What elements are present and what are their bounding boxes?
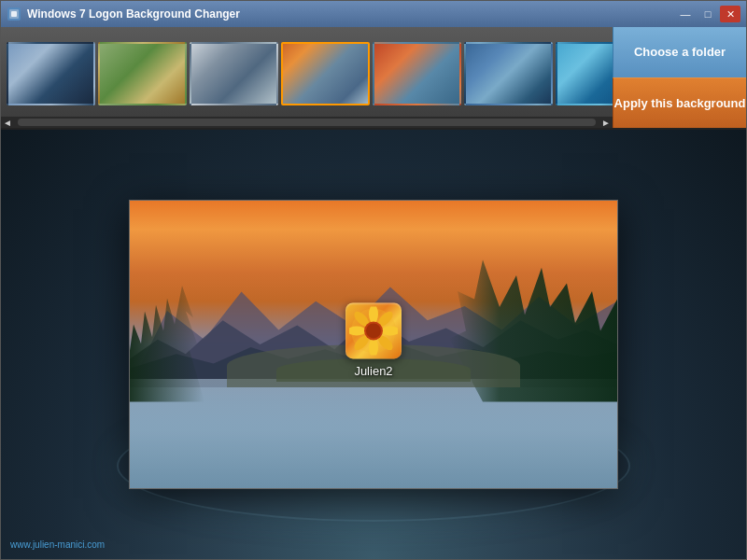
titlebar: Windows 7 Logon Background Changer — □ ✕ <box>1 1 746 27</box>
window-controls: — □ ✕ <box>675 6 740 22</box>
minimize-button[interactable]: — <box>675 6 696 22</box>
scroll-left-arrow[interactable]: ◄ <box>3 118 18 128</box>
svg-point-16 <box>366 323 381 338</box>
main-window: Windows 7 Logon Background Changer — □ ✕… <box>0 0 747 560</box>
main-content: Julien2 www.julien-manici.com <box>1 130 746 559</box>
toolbar: ◄ ► Choose a folder Apply this backgroun… <box>1 27 746 130</box>
thumbnail-strip <box>1 27 613 117</box>
thumbnail-7[interactable] <box>556 42 613 105</box>
action-buttons: Choose a folder Apply this background <box>613 27 746 128</box>
website-url: www.julien-manici.com <box>10 539 105 550</box>
thumbnail-scrollbar: ◄ ► <box>1 117 613 128</box>
user-widget: Julien2 <box>345 302 402 378</box>
close-button[interactable]: ✕ <box>720 6 740 22</box>
app-icon <box>7 7 21 21</box>
thumbnail-5[interactable] <box>373 42 461 105</box>
thumbnail-1[interactable] <box>7 42 95 105</box>
choose-folder-button[interactable]: Choose a folder <box>613 27 746 77</box>
svg-rect-2 <box>11 11 17 17</box>
window-title: Windows 7 Logon Background Changer <box>27 7 675 21</box>
preview-background: Julien2 <box>130 201 617 488</box>
scrollbar-track[interactable] <box>18 119 596 126</box>
thumbnail-3[interactable] <box>190 42 278 105</box>
scroll-right-arrow[interactable]: ► <box>596 118 611 128</box>
thumbnail-strip-container: ◄ ► <box>1 27 613 128</box>
thumbnail-2[interactable] <box>98 42 187 105</box>
maximize-button[interactable]: □ <box>698 6 718 22</box>
thumbnail-4[interactable] <box>281 42 370 105</box>
thumbnail-6[interactable] <box>464 42 553 105</box>
preview-window: Julien2 <box>129 200 618 489</box>
user-avatar <box>345 302 402 358</box>
apply-background-button[interactable]: Apply this background <box>613 77 746 129</box>
username-label: Julien2 <box>354 364 392 378</box>
